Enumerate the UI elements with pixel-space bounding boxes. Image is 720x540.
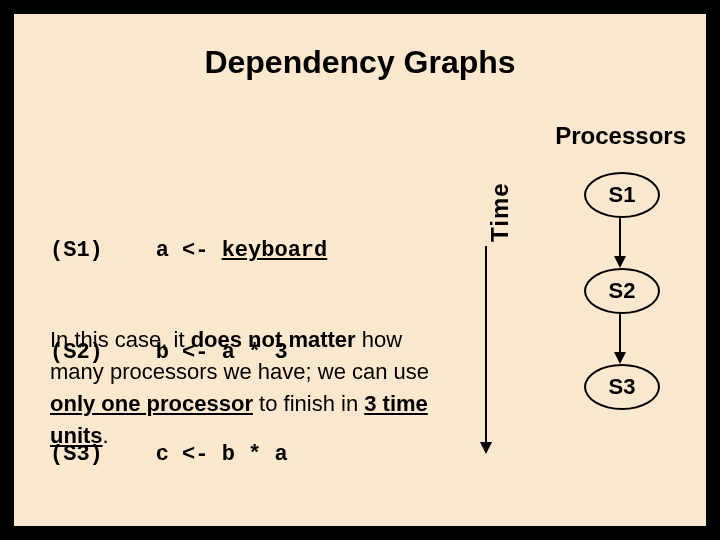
page-title: Dependency Graphs xyxy=(14,44,706,81)
graph-node-s1: S1 xyxy=(584,172,660,218)
svg-marker-1 xyxy=(480,442,492,454)
para-mid2: to finish in xyxy=(253,391,364,416)
time-arrow-icon xyxy=(476,246,496,454)
svg-marker-3 xyxy=(614,256,626,268)
svg-marker-5 xyxy=(614,352,626,364)
slide-outer: Dependency Graphs Processors (S1) a <- k… xyxy=(0,0,720,540)
dependency-graph: S1 S2 S3 xyxy=(554,172,694,472)
code-op: <- xyxy=(182,238,208,263)
para-pre: In this case, it xyxy=(50,327,191,352)
para-post: . xyxy=(103,423,109,448)
code-rhs-keyboard: keyboard xyxy=(222,238,328,263)
slide-inner: Dependency Graphs Processors (S1) a <- k… xyxy=(14,14,706,526)
graph-node-s3: S3 xyxy=(584,364,660,410)
time-text: Time xyxy=(486,182,513,242)
time-axis-label: Time xyxy=(486,182,514,242)
graph-node-s2: S2 xyxy=(584,268,660,314)
para-under1: only one processor xyxy=(50,391,253,416)
para-bold1: does not matter xyxy=(191,327,356,352)
explanation-paragraph: In this case, it does not matter how man… xyxy=(50,324,460,452)
code-tag: (S1) xyxy=(50,238,103,263)
processors-label: Processors xyxy=(555,122,686,150)
code-lhs: a xyxy=(156,238,169,263)
code-line-s1: (S1) a <- keyboard xyxy=(50,234,327,268)
